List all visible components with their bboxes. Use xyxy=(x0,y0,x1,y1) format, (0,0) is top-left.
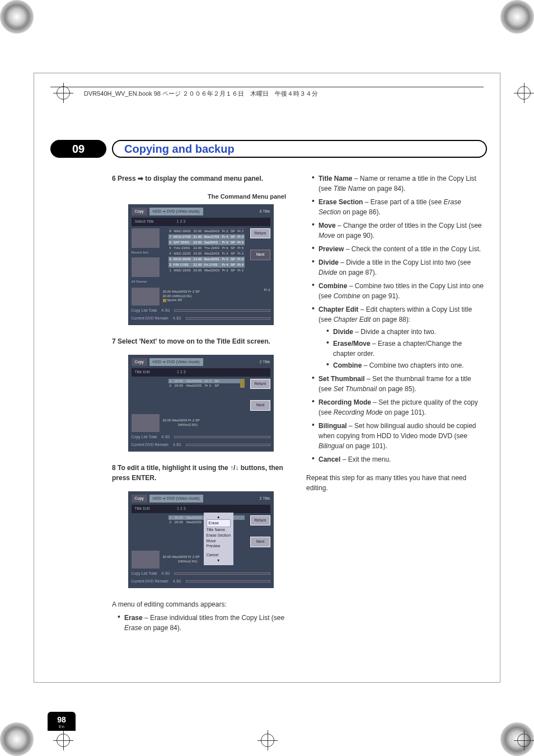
command-menu-panel-label: The Command Menu panel xyxy=(112,192,289,201)
list-item: Recording Mode – Set the picture quality… xyxy=(312,397,484,417)
dvd-remain-label: Current DVD Remain xyxy=(132,316,168,322)
screenshot-title-edit-menu: Copy HDD ➔ DVD (Video mode) 2 Title Titl… xyxy=(128,491,274,588)
sub-list-item: Combine – Combine two chapters into one. xyxy=(326,360,484,370)
table-row: 8WED 29/0320.00Wed29/03Pr 2SPPr 2 xyxy=(168,228,245,234)
preview-thumbnail xyxy=(132,257,160,277)
crop-mark xyxy=(514,83,534,103)
page-number: 98 En xyxy=(48,712,76,731)
footer-line: Sports SP xyxy=(167,298,182,302)
preview-thumbnail xyxy=(132,551,160,569)
table-row: 1WED 15/0320.00Wed15/03Pr 2SPPr 2 xyxy=(168,267,245,273)
copy-list-total-label: Copy List Total xyxy=(132,571,157,577)
crop-mark xyxy=(514,730,534,750)
table-row: 7MON 27/0321.00Mon27/03Pr 4SPPr 4 xyxy=(168,234,245,240)
footer-line: 20.00 Wed29/03 Pr 2 SP xyxy=(163,555,200,560)
return-button[interactable]: Return xyxy=(250,228,270,239)
genre-icon xyxy=(163,299,166,302)
sort-recent-first: Recent first xyxy=(132,250,165,255)
copy-list-total-label: Copy List Total xyxy=(132,308,157,314)
chapter-number-badge: 09 xyxy=(50,140,106,158)
footer-duration: 1h00m(2.0G) xyxy=(163,423,200,428)
chapter-title: Copying and backup xyxy=(124,143,235,156)
menu-intro-text: A menu of editing commands appears: xyxy=(112,599,289,609)
dvd-remain-label: Current DVD Remain xyxy=(132,442,168,448)
list-item: Set Thumbnail – Set the thumbnail frame … xyxy=(312,374,484,394)
next-button[interactable]: Next xyxy=(250,250,270,260)
table-row: 3MON 20/0313.00Mon20/03Pr 9SPPr 9 xyxy=(168,256,245,262)
left-column: 6 Press ➡ to display the command menu pa… xyxy=(112,173,289,636)
footer-pr: Pr 2 xyxy=(264,288,270,293)
step-8-heading: 8 To edit a title, highlight it using th… xyxy=(112,463,289,483)
list-item: Cancel – Exit the menu. xyxy=(312,454,484,464)
return-button[interactable]: Return xyxy=(250,379,270,389)
list-item: Erase Section – Erase part of a title (s… xyxy=(312,197,484,217)
dvd-remain-label: Current DVD Remain xyxy=(132,579,168,585)
list-item-erase: Erase – Erase individual titles from the… xyxy=(118,613,289,633)
list-item: Combine – Combine two titles in the Copy… xyxy=(312,281,484,301)
step-7-heading: 7 Select 'Next' to move on to the Title … xyxy=(112,336,289,346)
crop-mark xyxy=(257,730,278,750)
context-menu-item[interactable]: Title Name xyxy=(207,527,231,533)
thumbnail-icon xyxy=(240,379,245,383)
list-item: Preview – Check the content of a title i… xyxy=(312,244,484,254)
mode-label: HDD ➔ DVD (Video mode) xyxy=(149,495,203,503)
list-item: Divide – Divide a title in the Copy List… xyxy=(312,257,484,278)
mode-label: HDD ➔ DVD (Video mode) xyxy=(149,208,203,216)
print-registration-corner xyxy=(500,0,534,34)
table-row: 5THU 23/0322.00Thu 23/03Pr 6SPPr 6 xyxy=(168,245,245,251)
context-menu: ▲ Erase Title Name Erase Section Move Pr… xyxy=(204,513,234,565)
closing-text: Repeat this step for as many titles you … xyxy=(306,473,484,493)
screenshot-select-title: Copy HDD ➔ DVD (Video mode) 8 Title Sele… xyxy=(128,204,274,325)
titles-count: 2 Title xyxy=(260,496,270,502)
copy-list-total-label: Copy List Total xyxy=(132,434,157,440)
list-item: 120.00Wed29/03Pr 2SP xyxy=(168,379,245,383)
context-menu-item[interactable]: Erase xyxy=(207,519,231,527)
usage-meter xyxy=(174,436,270,438)
footer-duration: 1h00m(2.0G) xyxy=(163,560,200,564)
list-item: Chapter Edit – Edit chapters within a Co… xyxy=(312,304,484,370)
title-table: 8WED 29/0320.00Wed29/03Pr 2SPPr 2 7MON 2… xyxy=(168,228,245,273)
copy-tab: Copy xyxy=(132,358,147,367)
breadcrumb-title-edit: Title Edit xyxy=(135,370,150,374)
next-button[interactable]: Next xyxy=(250,537,270,547)
print-registration-corner xyxy=(0,0,34,34)
titles-count: 8 Title xyxy=(260,209,270,215)
context-menu-item[interactable]: Cancel xyxy=(207,552,231,558)
header-rule xyxy=(50,87,484,87)
list-item: Move – Change the order of titles in the… xyxy=(312,220,484,241)
list-item: Bilingual – Set how bilingual audio shou… xyxy=(312,421,484,451)
breadcrumb-select-title: Select Title xyxy=(135,219,154,223)
screenshot-title-edit: Copy HDD ➔ DVD (Video mode) 2 Title Titl… xyxy=(128,355,274,452)
next-button[interactable]: Next xyxy=(250,400,270,411)
footer-line: 20.00 Wed29/03 Pr 2 SP xyxy=(163,419,200,423)
usage-meter xyxy=(174,309,270,312)
preview-thumbnail xyxy=(132,288,160,306)
step-indicator: 1 2 3 xyxy=(177,506,186,510)
breadcrumb-title-edit: Title Edit xyxy=(135,506,150,510)
step-indicator: 1 2 3 xyxy=(177,370,186,374)
context-menu-item[interactable]: Move xyxy=(207,538,231,544)
table-row: 4WED 22/0320.00Wed22/03Pr 2SPPr 2 xyxy=(168,251,245,256)
usage-meter xyxy=(186,580,270,583)
step-6-heading: 6 Press ➡ to display the command menu pa… xyxy=(112,173,289,184)
step-indicator: 1 2 3 xyxy=(177,219,186,223)
filter-all-genres: All Genres xyxy=(132,279,165,284)
chapter-title-wrap: Copying and backup xyxy=(112,140,487,158)
thumbnail-icon xyxy=(240,383,245,388)
footer-line: 20.00 Wed29/03 Pr 2 SP xyxy=(163,290,200,294)
crop-mark xyxy=(53,730,73,750)
sub-list-item: Divide – Divide a chapter into two. xyxy=(326,327,484,337)
table-row: 6SAT 25/0323.00Sat25/03Pr 9SPPr 9 xyxy=(168,240,245,245)
list-item: Title Name – Name or rename a title in t… xyxy=(312,173,484,194)
context-menu-item[interactable]: Erase Section xyxy=(207,533,231,538)
sub-list-item: Erase/Move – Erase a chapter/Change the … xyxy=(326,339,484,359)
book-header-text: DVR540H_WV_EN.book 98 ページ ２００６年２月１６日 木曜日… xyxy=(84,90,318,98)
copy-tab: Copy xyxy=(132,208,147,216)
usage-meter xyxy=(174,572,270,575)
context-menu-item[interactable]: Preview xyxy=(207,543,231,549)
usage-meter xyxy=(186,317,270,320)
table-row: 2FRI 17/0321.00Fri 17/03Pr 4SPPr 4 xyxy=(168,262,245,267)
footer-line: 20.00 1h00m(2.0G) xyxy=(163,294,200,299)
copy-tab: Copy xyxy=(132,495,147,503)
return-button[interactable]: Return xyxy=(250,515,270,526)
